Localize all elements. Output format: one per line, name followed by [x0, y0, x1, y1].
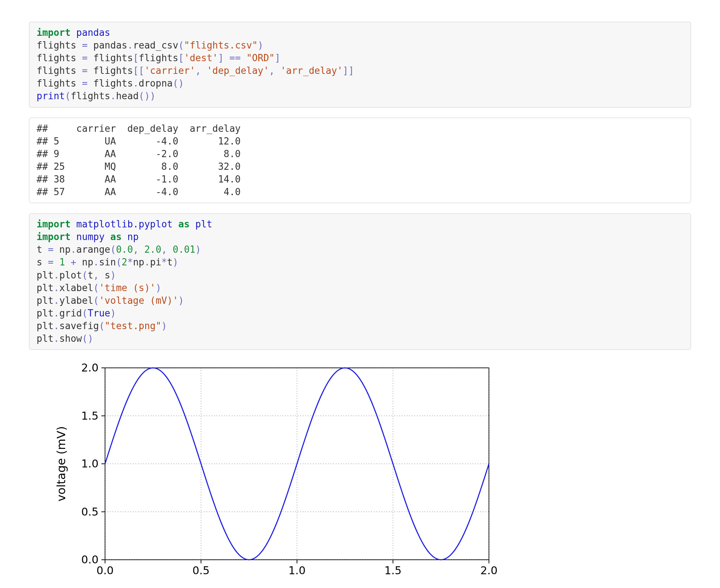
- code-token: [224, 52, 230, 63]
- code-token: (): [173, 78, 184, 89]
- code-token: *: [127, 257, 133, 268]
- ytick-label: 2.0: [81, 361, 99, 374]
- code-token: .: [127, 40, 133, 51]
- code-token: 'voltage (mV)': [99, 295, 178, 306]
- code-token: ): [195, 244, 201, 255]
- code-token: [71, 231, 76, 242]
- code-token: =: [82, 78, 88, 89]
- code-token: [: [133, 52, 139, 63]
- code-token: pandas: [76, 27, 110, 38]
- code-token: .: [54, 270, 59, 281]
- code-token: plt: [37, 333, 54, 344]
- code-token: [105, 231, 110, 242]
- code-token: [139, 244, 145, 255]
- code-token: ): [161, 320, 167, 331]
- code-block-pandas: import pandas flights = pandas.read_csv(…: [29, 22, 691, 108]
- code-token: print: [37, 91, 65, 101]
- ytick-label: 1.0: [81, 457, 99, 470]
- code-token: t: [37, 244, 48, 255]
- code-token: flights: [37, 78, 82, 89]
- code-token: "ORD": [246, 52, 275, 63]
- code-token: (: [82, 270, 88, 281]
- code-token: flights: [88, 78, 133, 89]
- code-token: [71, 219, 76, 230]
- xtick-label: 0.5: [192, 564, 210, 577]
- code-token: plt: [37, 320, 54, 331]
- code-token: flights: [88, 65, 133, 76]
- code-token: plt: [37, 270, 54, 281]
- code-token: plt: [195, 219, 212, 230]
- code-token: ]]: [343, 65, 354, 76]
- code-token: import: [37, 27, 71, 38]
- code-token: 'arr_delay': [280, 65, 343, 76]
- code-token: 'dest': [184, 52, 218, 63]
- code-token: .: [54, 295, 59, 306]
- code-token: ,: [269, 65, 275, 76]
- code-token: flights: [37, 40, 82, 51]
- code-token: plt: [37, 308, 54, 319]
- code-token: plt: [37, 295, 54, 306]
- code-token: .: [54, 308, 59, 319]
- code-token: plot: [59, 270, 82, 281]
- code-token: [122, 231, 127, 242]
- code-token: 0.01: [173, 244, 196, 255]
- code-token: (: [82, 308, 88, 319]
- ylabel: voltage (mV): [54, 426, 68, 501]
- code-token: 'time (s)': [99, 282, 156, 293]
- code-token: "flights.csv": [184, 40, 258, 51]
- code-token: flights: [71, 91, 110, 101]
- code-token: [54, 257, 59, 268]
- code-token: [65, 257, 71, 268]
- code-token: import: [37, 219, 71, 230]
- code-token: [190, 219, 196, 230]
- code-token: np: [133, 257, 144, 268]
- code-token: read_csv: [133, 40, 178, 51]
- chart-container: 0.00.51.01.52.00.00.51.01.52.0voltage (m…: [43, 361, 500, 588]
- sine-line: [105, 368, 489, 560]
- code-token: flights: [139, 52, 179, 63]
- code-token: +: [71, 257, 76, 268]
- xtick-label: 1.5: [384, 564, 402, 577]
- code-token: (: [178, 40, 184, 51]
- code-token: ]: [218, 52, 224, 63]
- code-token: np: [127, 231, 138, 242]
- code-token: ylabel: [59, 295, 93, 306]
- code-token: s: [99, 270, 110, 281]
- code-token: plt: [37, 282, 54, 293]
- code-token: (: [110, 244, 116, 255]
- xtick-label: 0.0: [96, 564, 114, 577]
- output-block: ## carrier dep_delay arr_delay ## 5 UA -…: [29, 118, 691, 203]
- code-token: pi: [150, 257, 161, 268]
- code-token: ): [110, 308, 116, 319]
- code-token: (: [99, 320, 105, 331]
- code-token: s: [37, 257, 48, 268]
- code-token: ==: [229, 52, 240, 63]
- code-token: [: [178, 52, 184, 63]
- code-token: (): [82, 333, 93, 344]
- code-token: .: [110, 91, 116, 101]
- code-token: .: [71, 244, 76, 255]
- code-token: 2.0: [144, 244, 161, 255]
- code-token: =: [48, 244, 54, 255]
- code-token: ): [178, 295, 184, 306]
- code-token: .: [54, 320, 59, 331]
- code-token: flights: [37, 65, 82, 76]
- code-token: as: [110, 231, 122, 242]
- code-token: flights: [37, 52, 82, 63]
- code-token: [173, 219, 179, 230]
- ytick-label: 0.5: [81, 505, 99, 518]
- code-token: [201, 65, 207, 76]
- code-token: 1: [59, 257, 65, 268]
- code-token: 'dep_delay': [207, 65, 269, 76]
- code-token: np: [54, 244, 71, 255]
- code-token: flights: [88, 52, 133, 63]
- code-token: (: [93, 282, 99, 293]
- code-token: =: [82, 65, 88, 76]
- code-token: dropna: [139, 78, 173, 89]
- code-token: [167, 244, 173, 255]
- code-token: .: [54, 282, 59, 293]
- code-token: ): [258, 40, 264, 51]
- code-token: *: [161, 257, 167, 268]
- code-token: show: [59, 333, 82, 344]
- code-token: ): [173, 257, 179, 268]
